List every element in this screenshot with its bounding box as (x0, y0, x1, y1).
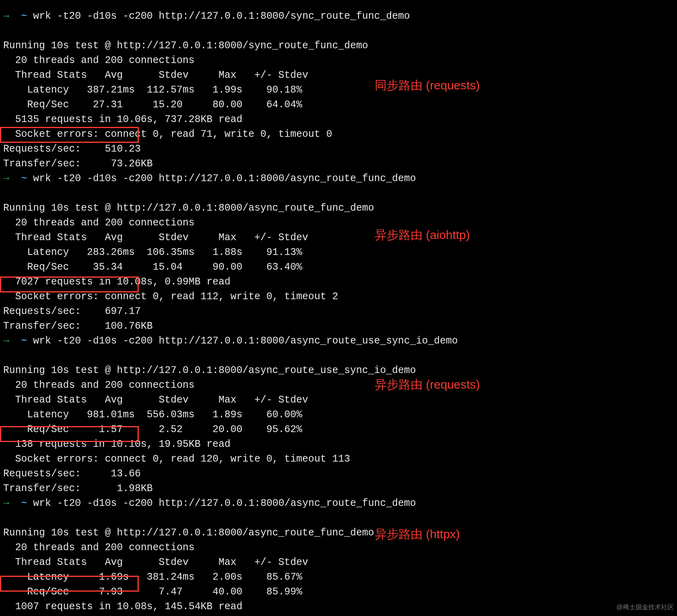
output-line: Running 10s test @ http://127.0.0.1:8000… (3, 525, 677, 540)
annotation-label: 异步路由 (aiohttp) (375, 227, 470, 242)
output-line: 20 threads and 200 connections (3, 540, 677, 555)
output-line: Latency 981.01ms 556.03ms 1.89s 60.00% (3, 407, 677, 422)
summary-line: 7027 requests in 10.08s, 0.99MB read (3, 276, 230, 288)
annotation-label: 异步路由 (httpx) (375, 527, 460, 541)
output-line: Latency 387.21ms 112.57ms 1.99s 90.18% (3, 83, 677, 97)
prompt-arrow-icon: → (3, 498, 9, 509)
output-line: Req/Sec 27.31 15.20 80.00 64.04% (3, 97, 677, 112)
output-line: Thread Stats Avg Stdev Max +/- Stdev (3, 68, 677, 83)
output-line: Req/Sec 7.93 7.47 40.00 85.99% (3, 584, 677, 599)
output-line: Latency 1.69s 381.24ms 2.00s 85.67% (3, 570, 677, 584)
errors-line: Socket errors: connect 0, read 71, write… (3, 128, 332, 140)
annotation-label: 同步路由 (requests) (375, 78, 480, 93)
output-line: 7027 requests in 10.08s, 0.99MB read (3, 274, 677, 289)
output-line: Running 10s test @ http://127.0.0.1:8000… (3, 363, 677, 378)
prompt-tilde: ~ (21, 335, 27, 347)
prompt-arrow-icon: → (3, 10, 9, 22)
errors-line: Socket errors: connect 0, read 112, writ… (3, 291, 338, 302)
requests-per-sec: Requests/sec: 697.17 (3, 306, 141, 317)
blank-line (3, 348, 677, 363)
output-line: Req/Sec 1.57 2.52 20.00 95.62% (3, 422, 677, 437)
threads-line: 20 threads and 200 connections (3, 379, 195, 391)
prompt-tilde: ~ (21, 498, 27, 509)
running-line: Running 10s test @ http://127.0.0.1:8000… (3, 365, 416, 376)
stats-header: Thread Stats Avg Stdev Max +/- Stdev (3, 232, 308, 243)
command-text: wrk -t20 -d10s -c200 http://127.0.0.1:80… (33, 10, 410, 22)
stats-header: Thread Stats Avg Stdev Max +/- Stdev (3, 557, 308, 568)
output-line: Requests/sec: 697.17 (3, 304, 677, 319)
prompt-arrow-icon: → (3, 335, 9, 347)
reqsec-line: Req/Sec 1.57 2.52 20.00 95.62% (3, 424, 302, 435)
stats-header: Thread Stats Avg Stdev Max +/- Stdev (3, 69, 308, 81)
output-line: Socket errors: connect 0, read 120, writ… (3, 452, 677, 466)
prompt-arrow-icon: → (3, 173, 9, 184)
latency-line: Latency 387.21ms 112.57ms 1.99s 90.18% (3, 84, 302, 96)
output-line: 1007 requests in 10.08s, 145.54KB read (3, 599, 677, 614)
command-text: wrk -t20 -d10s -c200 http://127.0.0.1:80… (33, 173, 416, 184)
output-line: Thread Stats Avg Stdev Max +/- Stdev (3, 230, 677, 245)
output-line: Running 10s test @ http://127.0.0.1:8000… (3, 38, 677, 53)
requests-per-sec: Requests/sec: 510.23 (3, 143, 141, 155)
reqsec-line: Req/Sec 7.93 7.47 40.00 85.99% (3, 586, 302, 598)
threads-line: 20 threads and 200 connections (3, 217, 195, 229)
command-text: wrk -t20 -d10s -c200 http://127.0.0.1:80… (33, 335, 458, 347)
latency-line: Latency 1.69s 381.24ms 2.00s 85.67% (3, 571, 302, 583)
blank-line (3, 24, 677, 38)
output-line: Thread Stats Avg Stdev Max +/- Stdev (3, 555, 677, 570)
watermark: @稀土掘金技术社区 (616, 600, 674, 614)
requests-per-sec: Requests/sec: 13.66 (3, 468, 141, 480)
output-line: Socket errors: connect 0, read 112, writ… (3, 289, 677, 304)
output-line: Socket errors: connect 0, read 72, write… (3, 614, 677, 616)
output-line: Requests/sec: 13.66 (3, 466, 677, 481)
output-line: 5135 requests in 10.06s, 737.28KB read (3, 112, 677, 127)
transfer-per-sec: Transfer/sec: 1.98KB (3, 483, 153, 494)
transfer-per-sec: Transfer/sec: 73.26KB (3, 158, 153, 170)
output-line: 138 requests in 10.10s, 19.95KB read (3, 437, 677, 452)
output-line: Requests/sec: 510.23 (3, 142, 677, 156)
latency-line: Latency 283.26ms 106.35ms 1.88s 91.13% (3, 247, 302, 258)
annotation-label: 异步路由 (requests) (375, 377, 480, 392)
output-line: Transfer/sec: 73.26KB (3, 156, 677, 171)
blank-line (3, 186, 677, 201)
reqsec-line: Req/Sec 27.31 15.20 80.00 64.04% (3, 99, 302, 111)
prompt-line: → ~ wrk -t20 -d10s -c200 http://127.0.0.… (3, 171, 677, 186)
prompt-tilde: ~ (21, 10, 27, 22)
output-line: 20 threads and 200 connections (3, 215, 677, 230)
running-line: Running 10s test @ http://127.0.0.1:8000… (3, 202, 374, 214)
running-line: Running 10s test @ http://127.0.0.1:8000… (3, 527, 374, 539)
summary-line: 138 requests in 10.10s, 19.95KB read (3, 438, 230, 450)
output-line: Transfer/sec: 100.76KB (3, 319, 677, 334)
errors-line: Socket errors: connect 0, read 120, writ… (3, 453, 350, 465)
blank-line (3, 511, 677, 525)
threads-line: 20 threads and 200 connections (3, 55, 195, 66)
threads-line: 20 threads and 200 connections (3, 542, 195, 553)
output-line: 20 threads and 200 connections (3, 53, 677, 68)
summary-line: 5135 requests in 10.06s, 737.28KB read (3, 114, 242, 125)
output-line: Req/Sec 35.34 15.04 90.00 63.40% (3, 260, 677, 274)
prompt-tilde: ~ (21, 173, 27, 184)
output-line: Thread Stats Avg Stdev Max +/- Stdev (3, 393, 677, 407)
prompt-line: → ~ wrk -t20 -d10s -c200 http://127.0.0.… (3, 334, 677, 348)
output-line: Transfer/sec: 1.98KB (3, 481, 677, 496)
prompt-line: → ~ wrk -t20 -d10s -c200 http://127.0.0.… (3, 9, 677, 24)
output-line: 20 threads and 200 connections (3, 378, 677, 393)
output-line: Latency 283.26ms 106.35ms 1.88s 91.13% (3, 245, 677, 260)
output-line: Socket errors: connect 0, read 71, write… (3, 127, 677, 142)
running-line: Running 10s test @ http://127.0.0.1:8000… (3, 40, 368, 51)
reqsec-line: Req/Sec 35.34 15.04 90.00 63.40% (3, 261, 302, 273)
stats-header: Thread Stats Avg Stdev Max +/- Stdev (3, 394, 308, 406)
summary-line: 1007 requests in 10.08s, 145.54KB read (3, 601, 242, 612)
prompt-line: → ~ wrk -t20 -d10s -c200 http://127.0.0.… (3, 496, 677, 511)
transfer-per-sec: Transfer/sec: 100.76KB (3, 320, 153, 332)
command-text: wrk -t20 -d10s -c200 http://127.0.0.1:80… (33, 498, 416, 509)
output-line: Running 10s test @ http://127.0.0.1:8000… (3, 201, 677, 215)
terminal-output: → ~ wrk -t20 -d10s -c200 http://127.0.0.… (0, 0, 677, 616)
latency-line: Latency 981.01ms 556.03ms 1.89s 60.00% (3, 409, 302, 421)
